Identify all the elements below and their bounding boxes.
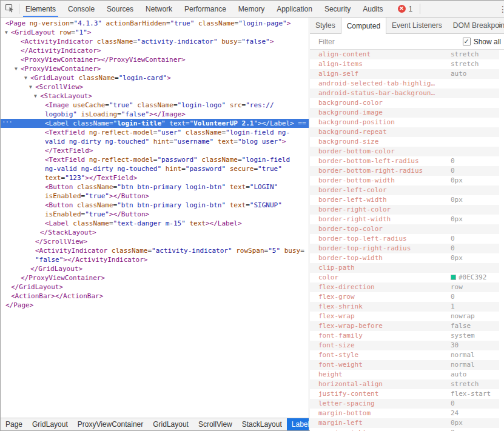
- computed-property-row[interactable]: border-left-width0px: [310, 195, 499, 205]
- show-all-checkbox[interactable]: ✓: [463, 38, 471, 45]
- computed-property-row[interactable]: border-top-width0px: [310, 253, 499, 263]
- crumb-proxyviewcontainer[interactable]: ProxyViewContainer: [73, 418, 149, 430]
- tab-elements[interactable]: Elements: [19, 1, 62, 17]
- computed-property-row[interactable]: font-weightnormal: [310, 360, 499, 370]
- tree-node-line[interactable]: </TextField>: [1, 146, 309, 155]
- computed-property-row[interactable]: heightauto: [310, 370, 499, 379]
- computed-property-row[interactable]: border-top-color: [310, 224, 499, 234]
- expander-arrow-icon[interactable]: ▼: [15, 64, 21, 73]
- tree-node-line[interactable]: <TextField ng-reflect-model="user" class…: [1, 128, 309, 137]
- tree-node-line[interactable]: <Button className="btn btn-primary login…: [1, 201, 309, 210]
- tree-node-line[interactable]: ▼<ProxyViewContainer>: [1, 64, 309, 73]
- computed-property-row[interactable]: border-right-width0px: [310, 215, 499, 224]
- tree-node-line[interactable]: <Label className="text-danger m-15" text…: [1, 219, 309, 228]
- computed-property-row[interactable]: background-repeat: [310, 127, 499, 137]
- computed-property-row[interactable]: border-top-left-radius0: [310, 234, 499, 244]
- computed-property-row[interactable]: border-bottom-color: [310, 147, 499, 156]
- tree-node-line[interactable]: <ProxyViewContainer></ProxyViewContainer…: [1, 55, 309, 64]
- computed-property-row[interactable]: align-selfauto: [310, 69, 499, 79]
- crumb-scrollview[interactable]: ScrollView: [193, 418, 237, 430]
- crumb-page[interactable]: Page: [1, 418, 27, 430]
- computed-property-row[interactable]: margin-bottom24: [310, 409, 499, 418]
- computed-property-row[interactable]: border-left-color: [310, 185, 499, 195]
- tree-node-line[interactable]: isEnabled="true"></Button>: [1, 192, 309, 201]
- tab-console[interactable]: Console: [62, 1, 101, 17]
- tree-node-line[interactable]: </ProxyViewContainer>: [1, 273, 309, 282]
- color-swatch[interactable]: [451, 275, 456, 280]
- sidebar-tab-computed[interactable]: Computed: [341, 18, 386, 34]
- computed-property-row[interactable]: margin-right0: [310, 428, 499, 431]
- sidebar-tab-dom-breakpoints[interactable]: DOM Breakpoints: [448, 18, 504, 33]
- tree-node-line[interactable]: <Image useCache="true" className="login-…: [1, 101, 309, 110]
- tab-memory[interactable]: Memory: [232, 1, 270, 17]
- crumb-gridlayout[interactable]: GridLayout: [148, 418, 193, 430]
- computed-property-row[interactable]: flex-wrap-beforefalse: [310, 321, 499, 331]
- expander-arrow-icon[interactable]: ▼: [29, 82, 35, 92]
- computed-property-row[interactable]: border-bottom-left-radius0: [310, 156, 499, 166]
- tab-performance[interactable]: Performance: [178, 1, 232, 17]
- tab-application[interactable]: Application: [270, 1, 318, 17]
- tree-node-line[interactable]: <ActivityIndicator className="activity-i…: [1, 246, 309, 255]
- computed-property-row[interactable]: align-contentstretch: [310, 50, 499, 59]
- tree-node-line[interactable]: <TextField ng-reflect-model="password" c…: [1, 155, 309, 164]
- more-options-button[interactable]: ⋮: [495, 1, 504, 17]
- tree-node-selected[interactable]: ···<Label className="login-title" text="…: [1, 119, 309, 128]
- tree-node-line[interactable]: logobig" isLoading="false"></Image>: [1, 110, 309, 119]
- expander-arrow-icon[interactable]: ▼: [34, 92, 40, 101]
- tree-node-line[interactable]: ng-valid ng-dirty ng-touched" hint="pass…: [1, 164, 309, 173]
- computed-property-row[interactable]: background-position: [310, 118, 499, 127]
- tree-node-line[interactable]: ▼<GridLayout row="1">: [1, 28, 309, 37]
- computed-property-row[interactable]: color#0EC392: [310, 273, 499, 282]
- computed-property-row[interactable]: justify-contentflex-start: [310, 389, 499, 399]
- tree-node-line[interactable]: "false"></ActivityIndicator>: [1, 255, 309, 264]
- computed-property-row[interactable]: border-bottom-width0px: [310, 176, 499, 185]
- computed-property-row[interactable]: background-size: [310, 137, 499, 147]
- sidebar-tab-event-listeners[interactable]: Event Listeners: [386, 18, 448, 33]
- computed-property-row[interactable]: flex-wrapnowrap: [310, 312, 499, 321]
- filter-input[interactable]: [318, 38, 463, 46]
- computed-property-row[interactable]: font-size30: [310, 341, 499, 350]
- crumb-stacklayout[interactable]: StackLayout: [237, 418, 287, 430]
- computed-property-row[interactable]: flex-grow0: [310, 292, 499, 302]
- tree-node-line[interactable]: </GridLayout>: [1, 282, 309, 292]
- computed-property-row[interactable]: android-status-bar-backgroun…: [310, 89, 499, 98]
- sidebar-tab-styles[interactable]: Styles: [310, 18, 341, 33]
- tree-node-line[interactable]: text="123"></TextField>: [1, 173, 309, 182]
- tree-node-line[interactable]: isEnabled="true"></Button>: [1, 210, 309, 219]
- computed-property-row[interactable]: border-bottom-right-radius0: [310, 166, 499, 176]
- computed-property-row[interactable]: horizontal-alignstretch: [310, 379, 499, 389]
- tab-network[interactable]: Network: [139, 1, 178, 17]
- computed-property-row[interactable]: font-familysystem: [310, 331, 499, 341]
- computed-property-row[interactable]: font-stylenormal: [310, 350, 499, 360]
- tree-node-line[interactable]: </GridLayout>: [1, 264, 309, 273]
- computed-property-row[interactable]: border-top-right-radius0: [310, 244, 499, 253]
- computed-property-row[interactable]: flex-shrink1: [310, 302, 499, 312]
- crumb-label[interactable]: Label: [287, 418, 309, 430]
- tree-node-line[interactable]: </StackLayout>: [1, 228, 309, 237]
- expander-arrow-icon[interactable]: ▼: [5, 28, 11, 37]
- computed-property-row[interactable]: margin-left0px: [310, 418, 499, 428]
- computed-property-row[interactable]: align-itemsstretch: [310, 59, 499, 69]
- computed-property-row[interactable]: background-color: [310, 98, 499, 108]
- tree-node-line[interactable]: </ActivityIndicator>: [1, 46, 309, 55]
- tree-node-line[interactable]: </ScrollView>: [1, 237, 309, 246]
- computed-property-row[interactable]: clip-path: [310, 263, 499, 273]
- computed-property-row[interactable]: background-image: [310, 108, 499, 118]
- tab-sources[interactable]: Sources: [101, 1, 139, 17]
- tab-security[interactable]: Security: [318, 1, 357, 17]
- node-menu-icon[interactable]: ···: [2, 118, 12, 127]
- tree-node-line[interactable]: valid ng-dirty ng-touched" hint="usernam…: [1, 137, 309, 146]
- tree-node-line[interactable]: <ActivityIndicator className="activity-i…: [1, 37, 309, 46]
- tree-node-line[interactable]: </Page>: [1, 301, 309, 310]
- tree-node-line[interactable]: <Page ng-version="4.1.3" actionBarHidden…: [1, 19, 309, 28]
- computed-property-row[interactable]: flex-directionrow: [310, 282, 499, 292]
- computed-property-row[interactable]: android-selected-tab-highlig…: [310, 79, 499, 89]
- tree-node-line[interactable]: ▼<StackLayout>: [1, 92, 309, 101]
- crumb-gridlayout[interactable]: GridLayout: [27, 418, 73, 430]
- tab-audits[interactable]: Audits: [357, 1, 389, 17]
- console-error-indicator[interactable]: ✕ 1: [398, 1, 413, 17]
- elements-tree-panel[interactable]: <Page ng-version="4.1.3" actionBarHidden…: [1, 18, 309, 419]
- computed-property-row[interactable]: letter-spacing0: [310, 399, 499, 409]
- tree-node-line[interactable]: ▼<GridLayout className="login-card">: [1, 73, 309, 82]
- tree-node-line[interactable]: <Button className="btn btn-primary login…: [1, 182, 309, 192]
